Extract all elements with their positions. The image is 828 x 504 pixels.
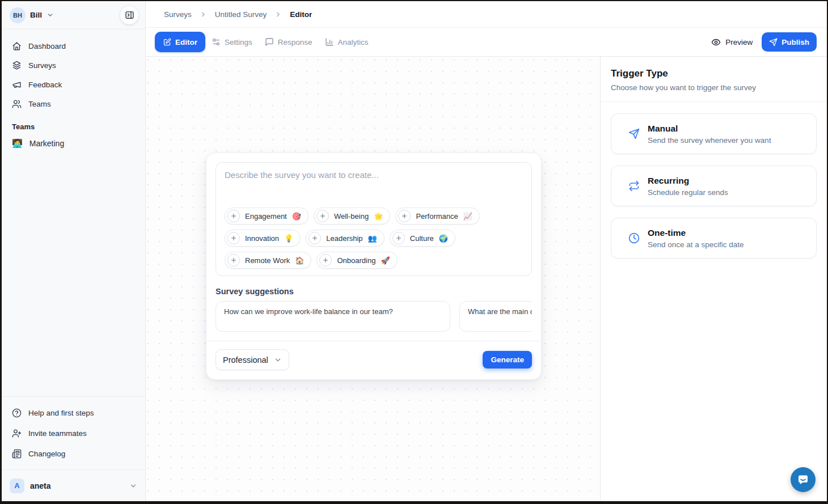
- workspace-name[interactable]: Bill: [30, 11, 42, 19]
- sidebar-spacer: [2, 153, 145, 396]
- sidebar-item-help[interactable]: Help and first steps: [10, 403, 137, 423]
- publish-button[interactable]: Publish: [762, 32, 817, 52]
- topic-chip-leadership[interactable]: Leadership 👥: [306, 230, 385, 247]
- workspace-header: BH Bill: [2, 1, 145, 29]
- bar-chart-icon: [325, 37, 334, 46]
- tab-editor[interactable]: Editor: [155, 32, 205, 52]
- trigger-type-panel: Trigger Type Choose how you want to trig…: [600, 57, 827, 501]
- sidebar-item-label: Feedback: [28, 81, 62, 89]
- plus-icon: [227, 232, 240, 244]
- account-avatar: A: [10, 478, 24, 493]
- chip-emoji: 🎯: [292, 212, 301, 221]
- preview-button[interactable]: Preview: [711, 37, 753, 47]
- breadcrumb: Surveys Untitled Survey Editor: [146, 1, 827, 28]
- suggestion-card[interactable]: How can we improve work-life balance in …: [216, 301, 450, 332]
- account-menu[interactable]: A aneta: [2, 469, 145, 501]
- trigger-option-one-time[interactable]: One-time Send once at a specific date: [611, 218, 817, 259]
- trigger-option-title: Recurring: [648, 176, 728, 186]
- chevron-down-icon[interactable]: [47, 11, 54, 19]
- eye-icon: [711, 37, 721, 47]
- panel-toggle-icon: [125, 10, 134, 20]
- panel-subtitle: Choose how you want to trigger the surve…: [611, 83, 817, 92]
- tab-settings[interactable]: Settings: [205, 32, 259, 52]
- prompt-box: Engagement 🎯 Well-being 🌟 Performance: [216, 162, 532, 276]
- workspace-avatar[interactable]: BH: [10, 7, 26, 23]
- survey-description-input[interactable]: [225, 170, 523, 202]
- trigger-option-recurring[interactable]: Recurring Schedule regular sends: [611, 166, 817, 206]
- sidebar-item-surveys[interactable]: Surveys: [10, 56, 137, 75]
- chip-emoji: 💡: [284, 234, 293, 243]
- megaphone-icon: [12, 80, 22, 90]
- team-label: Marketing: [29, 139, 64, 148]
- home-icon: [12, 41, 22, 51]
- panel-header: Trigger Type Choose how you want to trig…: [601, 57, 827, 102]
- plus-icon: [309, 232, 321, 244]
- preview-label: Preview: [725, 38, 753, 46]
- sliders-icon: [212, 37, 221, 46]
- topic-chips: Engagement 🎯 Well-being 🌟 Performance: [225, 207, 523, 269]
- sidebar-item-marketing[interactable]: 🧑‍💻 Marketing: [10, 134, 137, 153]
- account-name: aneta: [30, 481, 51, 490]
- topic-chip-performance[interactable]: Performance 📈: [395, 207, 480, 225]
- generate-button[interactable]: Generate: [483, 351, 532, 369]
- tab-response[interactable]: Response: [259, 32, 319, 52]
- sidebar-item-changelog[interactable]: Changelog: [10, 443, 137, 464]
- plus-icon: [392, 232, 405, 244]
- tone-select-value: Professional: [223, 355, 268, 365]
- sidebar-item-label: Teams: [28, 100, 51, 108]
- send-icon: [769, 38, 778, 46]
- user-plus-icon: [12, 429, 22, 438]
- sidebar-collapse-button[interactable]: [120, 6, 138, 24]
- suggestion-card[interactable]: What are the main ob: [459, 301, 532, 332]
- sidebar-item-label: Changelog: [28, 450, 65, 458]
- chip-emoji: 📈: [463, 212, 472, 221]
- sidebar-item-dashboard[interactable]: Dashboard: [10, 36, 137, 56]
- suggestions-row: How can we improve work-life balance in …: [216, 301, 532, 332]
- composer-footer: Professional Generate: [216, 341, 532, 370]
- tab-label: Response: [278, 38, 312, 46]
- tab-label: Settings: [225, 38, 252, 46]
- users-icon: [12, 99, 22, 109]
- topic-chip-culture[interactable]: Culture 🌍: [390, 230, 455, 247]
- trigger-option-manual[interactable]: Manual Send the survey whenever you want: [611, 113, 817, 154]
- chevron-down-icon: [129, 482, 137, 490]
- chip-emoji: 🌍: [439, 234, 448, 243]
- sidebar-item-feedback[interactable]: Feedback: [10, 75, 137, 94]
- topic-chip-remote-work[interactable]: Remote Work 🏠: [225, 252, 311, 269]
- sidebar-item-invite[interactable]: Invite teammates: [10, 423, 137, 443]
- chip-emoji: 👥: [368, 234, 377, 243]
- plus-icon: [227, 210, 240, 222]
- topic-chip-onboarding[interactable]: Onboarding 🚀: [316, 252, 397, 269]
- chip-emoji: 🚀: [381, 256, 390, 265]
- sidebar-nav: Dashboard Surveys Feedback Teams: [2, 29, 145, 153]
- newspaper-icon: [12, 449, 22, 459]
- repeat-icon: [628, 180, 640, 192]
- tab-label: Analytics: [338, 38, 369, 46]
- chevron-right-icon: [200, 11, 207, 18]
- tab-analytics[interactable]: Analytics: [319, 32, 375, 52]
- breadcrumb-untitled-survey[interactable]: Untitled Survey: [215, 10, 267, 19]
- tab-label: Editor: [175, 38, 197, 46]
- layers-icon: [12, 61, 22, 70]
- panel-title: Trigger Type: [611, 68, 817, 79]
- sidebar-item-teams[interactable]: Teams: [10, 94, 137, 113]
- edit-icon: [163, 38, 171, 46]
- content-area: Engagement 🎯 Well-being 🌟 Performance: [146, 57, 827, 501]
- topic-chip-well-being[interactable]: Well-being 🌟: [314, 207, 390, 225]
- breadcrumb-surveys[interactable]: Surveys: [164, 10, 192, 19]
- chip-emoji: 🌟: [374, 212, 383, 221]
- plus-icon: [316, 210, 329, 222]
- main-area: Surveys Untitled Survey Editor Editor: [146, 1, 827, 501]
- survey-canvas[interactable]: Engagement 🎯 Well-being 🌟 Performance: [146, 57, 600, 501]
- chevron-down-icon: [274, 356, 282, 364]
- topic-chip-innovation[interactable]: Innovation 💡: [225, 230, 301, 247]
- sidebar-item-label: Surveys: [28, 61, 56, 70]
- topic-chip-engagement[interactable]: Engagement 🎯: [225, 207, 309, 225]
- trigger-option-title: One-time: [648, 228, 744, 238]
- chat-launcher-button[interactable]: [791, 467, 816, 492]
- help-circle-icon: [12, 408, 22, 418]
- chevron-right-icon: [274, 11, 282, 18]
- ai-survey-composer-card: Engagement 🎯 Well-being 🌟 Performance: [206, 153, 542, 380]
- trigger-option-description: Schedule regular sends: [648, 188, 728, 197]
- tone-select[interactable]: Professional: [216, 349, 289, 370]
